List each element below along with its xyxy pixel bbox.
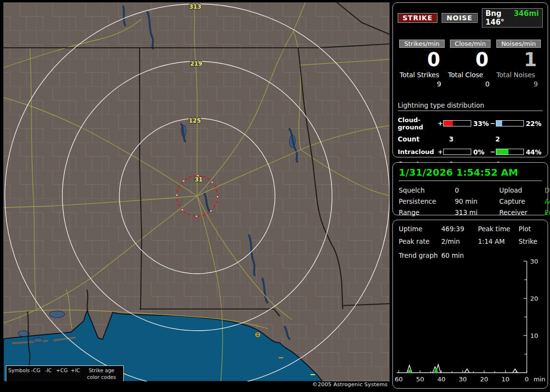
svg-text:20: 20 bbox=[480, 376, 488, 383]
uptime-value: 469:39 bbox=[441, 225, 478, 233]
svg-text:40: 40 bbox=[437, 376, 446, 383]
noises-counter-column: Noises/min 1 Total Noises 9 bbox=[494, 40, 543, 88]
cloud-ground-count-row: Count 3 2 bbox=[398, 135, 543, 143]
cloud-ground-row: Cloud-ground + 33% − 22% bbox=[398, 116, 543, 131]
ic-plus-percent: 0% bbox=[471, 148, 490, 156]
close-per-min-label: Close/min bbox=[450, 40, 491, 48]
close-counter-column: Close/min 0 Total Close 0 bbox=[446, 40, 494, 88]
ic-minus-percent: 44% bbox=[524, 148, 543, 156]
range-label: Range bbox=[399, 209, 455, 216]
peak-time-value: 1:14 AM bbox=[478, 238, 519, 245]
noises-per-min-label: Noises/min bbox=[496, 40, 541, 48]
distance-value: 346mi bbox=[514, 9, 539, 27]
strikes-counter-column: Strikes/min 0 Total Strikes 9 bbox=[398, 40, 446, 88]
datetime-display: 1/31/2026 1:54:52 AM bbox=[399, 167, 542, 181]
minus-sign: − bbox=[490, 120, 496, 127]
peak-rate-value: 2/min bbox=[441, 238, 478, 245]
legend-symbols-header: Symbols bbox=[8, 367, 29, 380]
circle-plus-icon: ⊕ bbox=[53, 380, 67, 381]
noise-button[interactable]: NOISE bbox=[442, 13, 477, 23]
legend-recent-label: Recent bbox=[8, 380, 29, 381]
age-code-15: 15+ bbox=[78, 380, 93, 381]
svg-text:10: 10 bbox=[530, 332, 538, 339]
cg-minus-count: 2 bbox=[495, 135, 500, 143]
bearing-display: Bng 146° 346mi bbox=[482, 8, 543, 28]
squelch-value: 0 bbox=[455, 186, 499, 194]
ic-plus-bar bbox=[443, 149, 471, 155]
noises-per-min-value: 1 bbox=[494, 50, 543, 70]
lightning-map[interactable]: 313 219 125 31 ⊖−− Symbols -CG -IC +CG +… bbox=[3, 2, 390, 381]
uptime-label: Uptime bbox=[399, 225, 441, 233]
age-code-30: 30+ bbox=[93, 380, 107, 381]
capture-status: Active bbox=[545, 197, 550, 205]
strikes-per-min-value: 0 bbox=[398, 50, 446, 70]
plus-icon: + bbox=[66, 380, 78, 381]
ring-label-31: 31 bbox=[195, 176, 203, 183]
svg-text:0: 0 bbox=[525, 376, 529, 383]
svg-text:60: 60 bbox=[395, 376, 403, 383]
circle-minus-icon: ⊖ bbox=[29, 380, 41, 381]
map-svg: 313 219 125 31 bbox=[3, 2, 390, 381]
trend-peak bbox=[464, 369, 469, 373]
total-noises-value: 9 bbox=[494, 80, 543, 88]
legend-pos-ic-header: +IC bbox=[69, 367, 82, 380]
map-legend: Symbols -CG -IC +CG +IC Strike age color… bbox=[6, 365, 124, 381]
bearing-value: Bng 146° bbox=[486, 9, 514, 27]
cloud-ground-label: Cloud-ground bbox=[398, 116, 438, 131]
peak-rate-label: Peak rate bbox=[399, 238, 441, 245]
total-close-label: Total Close bbox=[446, 71, 494, 79]
cg-plus-percent: 33% bbox=[471, 120, 490, 127]
svg-text:50: 50 bbox=[416, 376, 424, 383]
intracloud-row: Intracloud + 0% − 44% bbox=[398, 148, 543, 156]
capture-label: Capture bbox=[499, 197, 545, 205]
persistence-label: Persistence bbox=[399, 197, 455, 205]
distribution-title: Lightning type distribution bbox=[398, 101, 543, 111]
legend-pos-cg-header: +CG bbox=[55, 367, 69, 380]
total-strikes-value: 9 bbox=[398, 80, 446, 88]
svg-text:10: 10 bbox=[502, 376, 510, 383]
persistence-value: 90 min bbox=[455, 197, 499, 205]
age-code-45: 45+ bbox=[107, 380, 121, 381]
svg-text:30: 30 bbox=[530, 258, 538, 265]
trend-peak bbox=[513, 369, 518, 373]
total-close-value: 0 bbox=[446, 80, 494, 88]
svg-text:30: 30 bbox=[459, 376, 467, 383]
ring-label-219: 219 bbox=[190, 60, 202, 67]
plot-header: Plot bbox=[519, 225, 542, 233]
legend-age-title: Strike age color codes bbox=[82, 367, 121, 380]
trend-panel: Uptime 469:39 Peak time Plot Peak rate 2… bbox=[392, 220, 548, 389]
cg-plus-count: 3 bbox=[449, 135, 495, 143]
minus-icon: − bbox=[41, 380, 53, 381]
cg-minus-percent: 22% bbox=[524, 120, 543, 127]
count-label: Count bbox=[398, 135, 442, 143]
range-value: 313 mi bbox=[455, 209, 499, 216]
ring-label-125: 125 bbox=[188, 117, 201, 124]
peak-time-header: Peak time bbox=[478, 225, 519, 233]
minus-sign: − bbox=[490, 148, 496, 155]
legend-neg-ic-header: -IC bbox=[42, 367, 55, 380]
legend-neg-cg-header: -CG bbox=[29, 367, 42, 380]
legend-header-row: Symbols -CG -IC +CG +IC Strike age color… bbox=[8, 367, 121, 380]
plot-value: Strike bbox=[519, 238, 542, 245]
legend-recent-row: Recent ⊖ − ⊕ + 15+ 30+ 45+ bbox=[8, 380, 121, 381]
upload-status: Disabled bbox=[545, 186, 550, 194]
cg-plus-bar bbox=[443, 120, 471, 126]
svg-text:20: 20 bbox=[530, 295, 538, 302]
total-noises-label: Total Noises bbox=[494, 71, 543, 79]
status-panel: 1/31/2026 1:54:52 AM Squelch 0 Upload Di… bbox=[392, 162, 548, 215]
ic-minus-bar bbox=[496, 149, 524, 155]
receiver-label: Receiver bbox=[499, 209, 545, 216]
upload-label: Upload bbox=[499, 186, 545, 194]
plus-sign: + bbox=[438, 148, 444, 155]
total-strikes-label: Total Strikes bbox=[398, 71, 446, 79]
trend-graph: 1020300102030405060min bbox=[393, 258, 547, 387]
ring-label-313: 313 bbox=[189, 3, 201, 10]
svg-text:min: min bbox=[534, 376, 546, 383]
cg-minus-bar bbox=[496, 120, 524, 126]
receiver-status: Enabled bbox=[545, 209, 550, 216]
strike-button[interactable]: STRIKE bbox=[398, 13, 437, 23]
squelch-label: Squelch bbox=[399, 186, 455, 194]
close-per-min-value: 0 bbox=[446, 50, 494, 70]
strikes-per-min-label: Strikes/min bbox=[399, 40, 444, 48]
copyright: ©2005 Astrogenic Systems bbox=[309, 381, 388, 389]
